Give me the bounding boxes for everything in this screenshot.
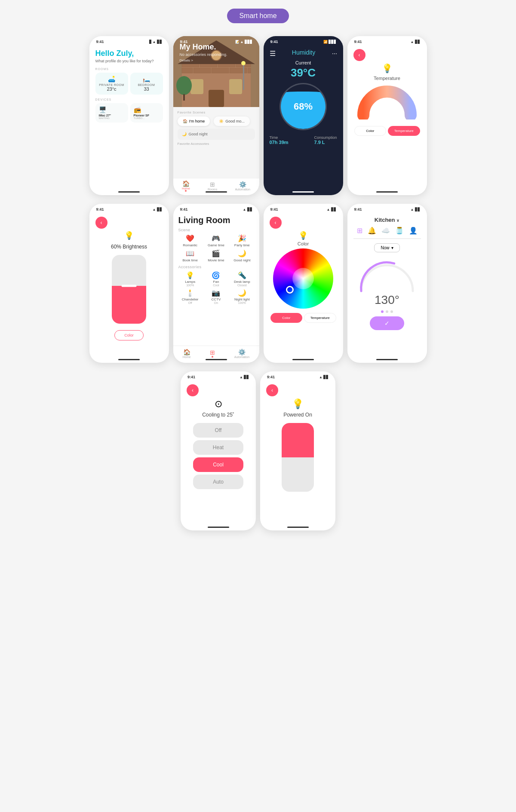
night-light-icon: 🌙 — [230, 289, 254, 297]
status-bar-10: 9:41 ▲▊▊ — [260, 371, 335, 381]
scene-im-home[interactable]: 🏠 I'm home — [178, 116, 210, 126]
good-night-item[interactable]: 🌙 Good night — [178, 129, 255, 140]
good-night-label: Good night — [189, 132, 208, 136]
acc-night-light[interactable]: 🌙 Night light 100% — [230, 289, 254, 304]
status-bar-6: 9:41 ▲▊▊ — [173, 204, 259, 213]
home-nav-icon-6: 🏠 — [183, 349, 191, 355]
game-label: Game time — [204, 243, 228, 247]
back-btn-4[interactable]: ‹ — [353, 49, 366, 61]
scene-game-time[interactable]: 🎮 Game time — [204, 234, 228, 247]
nav-home-6-label: Home — [183, 355, 191, 359]
bulb-icon-5: 💡 — [95, 231, 163, 240]
auto-nav-icon-6: ⚙️ — [234, 349, 249, 355]
color-wheel-container[interactable] — [273, 248, 333, 309]
bedroom-icon: 🛏️ — [134, 76, 160, 83]
svg-rect-6 — [182, 68, 193, 73]
back-btn-7[interactable]: ‹ — [270, 217, 282, 229]
color-wheel[interactable] — [273, 248, 333, 309]
power-slider[interactable] — [282, 423, 314, 492]
acc-cctv[interactable]: 📷 CCTV On — [204, 289, 228, 304]
status-icons-1: ▊▲▊▊ — [149, 40, 162, 44]
kitchen-dots — [353, 310, 421, 313]
mode-cool[interactable]: Cool — [193, 457, 243, 472]
device2-icon: 📻 — [134, 106, 160, 113]
back-btn-9[interactable]: ‹ — [187, 384, 199, 396]
tab-temp-4[interactable]: Temperature — [388, 126, 420, 136]
nav-home[interactable]: 🏠 Home — [182, 180, 190, 192]
automation-nav-icon: ⚙️ — [235, 181, 250, 188]
svg-point-18 — [176, 76, 192, 95]
dot-3 — [390, 310, 393, 313]
acc-lamps[interactable]: 💡 Lamps 100% — [178, 271, 202, 287]
fav-accessories-label: Favorite Accessories — [178, 142, 255, 146]
time-2: 9:41 — [180, 40, 188, 44]
acc-chandelier[interactable]: 🕯️ Chandelier Off — [178, 289, 202, 304]
status-bar-3: 9:41 📶▊▊▊ — [264, 36, 343, 46]
color-selector[interactable] — [286, 286, 294, 294]
scene-romantic[interactable]: ❤️ Romantic — [178, 234, 202, 247]
kitchen-icon-1[interactable]: ⊞ — [357, 227, 362, 235]
acc-desk-lamp[interactable]: 🔦 Desk lamp Closed — [230, 271, 254, 287]
tab-color-7[interactable]: Color — [270, 313, 303, 323]
nav-rooms[interactable]: ⊞ Rooms — [208, 181, 217, 191]
home-bar-3 — [292, 191, 314, 193]
phone-row-1: 9:41 ▊▲▊▊ Hello Zuly, What profile do yo… — [89, 36, 427, 195]
home-scene-icon: 🏠 — [183, 119, 187, 123]
lr-title: Living Room — [178, 215, 254, 225]
nav-active-6[interactable]: ⊞ — [210, 349, 215, 358]
current-temp: 39°C — [270, 66, 337, 80]
details-link[interactable]: Details > — [180, 58, 193, 62]
svg-rect-15 — [209, 90, 224, 107]
scene-good-night[interactable]: 🌙 Good night — [230, 249, 254, 262]
color-tab-bar-7: Color Temperature — [270, 313, 337, 323]
nav-auto-6[interactable]: ⚙️ Automation — [234, 349, 249, 359]
nav-home-6[interactable]: 🏠 Home — [183, 349, 191, 359]
status-bar-4: 9:41 ▲▊▊ — [347, 36, 427, 46]
brightness-slider[interactable] — [112, 255, 146, 324]
confirm-btn[interactable]: ✓ — [370, 316, 404, 330]
fan-icon: 🌀 — [204, 271, 228, 279]
device2-sub: TURBO... — [134, 117, 160, 120]
kitchen-icon-3[interactable]: ☁️ — [381, 227, 390, 235]
acc-fan[interactable]: 🌀 Fan Cool — [204, 271, 228, 287]
scene-good-mo[interactable]: ☀️ Good mo... — [214, 116, 250, 126]
scene-grid: ❤️ Romantic 🎮 Game time 🎉 Party time 📖 B… — [178, 234, 254, 262]
brightness-fill — [112, 286, 146, 324]
night-light-status: 100% — [230, 301, 254, 304]
time-btn[interactable]: Now ▾ — [374, 243, 399, 252]
svg-rect-10 — [248, 68, 251, 73]
scene-book[interactable]: 📖 Book time — [178, 249, 202, 262]
lamps-status: 100% — [178, 284, 202, 287]
kitchen-icon-5[interactable]: 👤 — [409, 227, 418, 235]
night-light-name: Night light — [230, 297, 254, 301]
mode-auto[interactable]: Auto — [193, 475, 243, 489]
kitchen-icon-4[interactable]: 🫙 — [395, 227, 404, 235]
mode-off[interactable]: Off — [193, 423, 243, 438]
greeting-sub: What profile do you like for today? — [95, 59, 163, 64]
nav-automation[interactable]: ⚙️ Automation — [235, 181, 250, 191]
settings-icon[interactable]: ⋯ — [332, 51, 337, 57]
scene-section-label: Scene — [178, 228, 254, 232]
tab-color-4[interactable]: Color — [354, 126, 387, 136]
scene-movie[interactable]: 🎬 Movie time — [204, 249, 228, 262]
back-btn-5[interactable]: ‹ — [95, 217, 108, 229]
kitchen-title: Kitchen ∨ — [353, 217, 421, 223]
home-bar-5 — [118, 359, 140, 360]
color-tab-bar: Color Temperature — [353, 126, 421, 136]
status-bar-7: 9:41 ▲▊▊ — [264, 204, 343, 213]
chandelier-name: Chandelier — [178, 297, 202, 301]
kitchen-icon-2[interactable]: 🔔 — [368, 227, 376, 235]
time-6: 9:41 — [180, 207, 188, 211]
svg-rect-16 — [243, 64, 244, 90]
menu-icon[interactable]: ☰ — [270, 49, 276, 58]
color-btn-5[interactable]: Color — [114, 330, 144, 340]
fan-name: Fan — [204, 280, 228, 284]
mode-heat[interactable]: Heat — [193, 440, 243, 455]
bulb-icon-10: 💡 — [266, 398, 329, 410]
back-btn-10[interactable]: ‹ — [266, 384, 278, 396]
phone-row-3: 9:41 ▲▊▊ ‹ ⊙ Cooling to 25˚ Off Heat Coo… — [181, 371, 335, 530]
cctv-name: CCTV — [204, 297, 228, 301]
tab-temp-7[interactable]: Temperature — [304, 313, 336, 323]
scene-party[interactable]: 🎉 Party time — [230, 234, 254, 247]
consumption-value: 7.9 L — [314, 140, 337, 145]
